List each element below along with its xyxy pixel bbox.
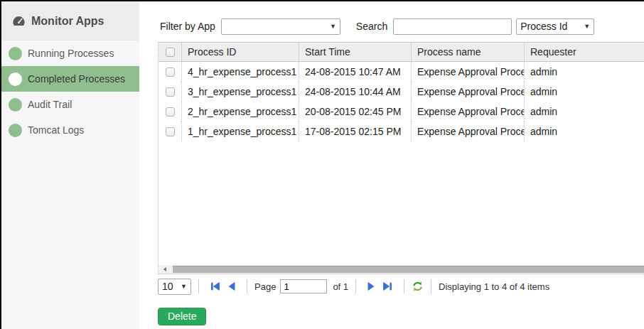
requester-cell: admin	[525, 102, 644, 122]
row-checkbox[interactable]	[166, 127, 175, 136]
column-header-requester[interactable]: Requester	[525, 43, 644, 61]
green-dot-icon	[9, 47, 22, 60]
pager-separator	[198, 279, 199, 293]
prev-page-icon	[227, 281, 236, 291]
start-time-cell: 24-08-2015 10:47 AM	[299, 62, 412, 82]
pager-separator	[404, 279, 404, 293]
pager-status-text: Displaying 1 to 4 of 4 items	[439, 281, 549, 292]
page-label: Page	[254, 281, 276, 292]
next-page-button[interactable]	[363, 281, 379, 291]
sidebar-item-tomcat-logs[interactable]: Tomcat Logs	[1, 117, 139, 143]
first-page-button[interactable]	[206, 281, 224, 291]
pager-bar: 10 ▼ Page of 1	[158, 277, 644, 296]
process-name-cell: Expense Approval Process	[412, 122, 525, 141]
next-page-icon	[367, 281, 375, 291]
start-time-cell: 17-08-2015 02:15 PM	[299, 122, 412, 141]
process-id-cell: 2_hr_expense_process1	[182, 102, 299, 122]
process-name-cell: Expense Approval Process	[412, 82, 525, 102]
select-all-checkbox[interactable]	[166, 48, 175, 57]
requester-cell: admin	[525, 122, 644, 141]
sidebar-title: Monitor Apps	[31, 15, 104, 28]
table-row[interactable]: 2_hr_expense_process1 20-08-2015 02:45 P…	[159, 102, 644, 122]
refresh-button[interactable]	[412, 281, 424, 292]
horizontal-scrollbar[interactable]	[159, 265, 644, 274]
process-table: Process ID Start Time Process name Reque…	[158, 42, 644, 274]
sidebar-item-label: Running Processes	[28, 48, 114, 59]
column-header-start-time[interactable]: Start Time	[299, 43, 412, 61]
delete-button[interactable]: Delete	[158, 308, 206, 325]
table-empty-area	[159, 141, 644, 265]
sidebar: Monitor Apps Running Processes Completed…	[1, 1, 139, 329]
table-header-row: Process ID Start Time Process name Reque…	[159, 42, 644, 62]
process-id-cell: 1_hr_expense_process1	[182, 122, 299, 141]
search-input[interactable]	[393, 18, 512, 35]
filter-toolbar: Filter by App ▼ Search Process Id ▼	[158, 18, 644, 34]
sidebar-item-label: Audit Trail	[28, 99, 72, 110]
dashboard-icon	[12, 15, 26, 27]
sidebar-item-completed-processes[interactable]: Completed Processes	[1, 66, 139, 92]
last-page-icon	[382, 281, 393, 291]
scrollbar-track[interactable]	[171, 265, 644, 274]
process-id-cell: 3_hr_expense_process1	[182, 82, 299, 102]
main-content: Filter by App ▼ Search Process Id ▼ Proc…	[139, 1, 644, 329]
green-dot-icon	[9, 98, 22, 112]
column-header-process-id[interactable]: Process ID	[182, 43, 299, 61]
scrollbar-thumb[interactable]	[173, 266, 644, 273]
prev-page-button[interactable]	[224, 281, 240, 291]
green-dot-icon	[9, 124, 22, 137]
scroll-left-button[interactable]	[159, 265, 171, 274]
requester-cell: admin	[525, 82, 644, 102]
page-number-input[interactable]	[280, 279, 327, 293]
process-id-cell: 4_hr_expense_process1	[182, 62, 299, 82]
search-field-select[interactable]: Process Id	[516, 18, 594, 35]
requester-cell: admin	[525, 62, 644, 82]
sidebar-item-audit-trail[interactable]: Audit Trail	[1, 92, 139, 117]
pager-separator	[431, 279, 431, 293]
row-checkbox[interactable]	[166, 68, 175, 77]
white-dot-icon	[9, 72, 22, 86]
table-row[interactable]: 4_hr_expense_process1 24-08-2015 10:47 A…	[159, 62, 644, 82]
search-label: Search	[356, 21, 387, 32]
last-page-button[interactable]	[379, 281, 397, 291]
select-all-cell	[159, 43, 182, 61]
refresh-icon	[412, 281, 424, 292]
filter-by-app-select[interactable]	[221, 18, 340, 35]
pager-separator	[355, 279, 356, 293]
start-time-cell: 24-08-2015 10:44 AM	[299, 82, 412, 102]
row-checkbox[interactable]	[166, 107, 175, 117]
table-row[interactable]: 1_hr_expense_process1 17-08-2015 02:15 P…	[159, 122, 644, 141]
process-name-cell: Expense Approval Process	[412, 102, 525, 122]
first-page-icon	[210, 281, 220, 291]
table-row[interactable]: 3_hr_expense_process1 24-08-2015 10:44 A…	[159, 82, 644, 102]
sidebar-item-label: Tomcat Logs	[28, 124, 84, 136]
row-checkbox[interactable]	[166, 87, 175, 97]
filter-by-app-label: Filter by App	[160, 21, 215, 32]
app-window: Monitor Apps Running Processes Completed…	[0, 0, 644, 329]
sidebar-item-label: Completed Processes	[28, 73, 125, 85]
page-size-select[interactable]: 10	[158, 279, 191, 295]
column-header-process-name[interactable]: Process name	[412, 43, 525, 61]
start-time-cell: 20-08-2015 02:45 PM	[299, 102, 412, 122]
sidebar-header: Monitor Apps	[1, 1, 139, 41]
process-name-cell: Expense Approval Process	[412, 62, 525, 82]
pager-separator	[247, 279, 247, 293]
sidebar-item-running-processes[interactable]: Running Processes	[1, 41, 139, 66]
scroll-left-icon	[162, 266, 168, 272]
page-count-label: of 1	[333, 281, 348, 292]
